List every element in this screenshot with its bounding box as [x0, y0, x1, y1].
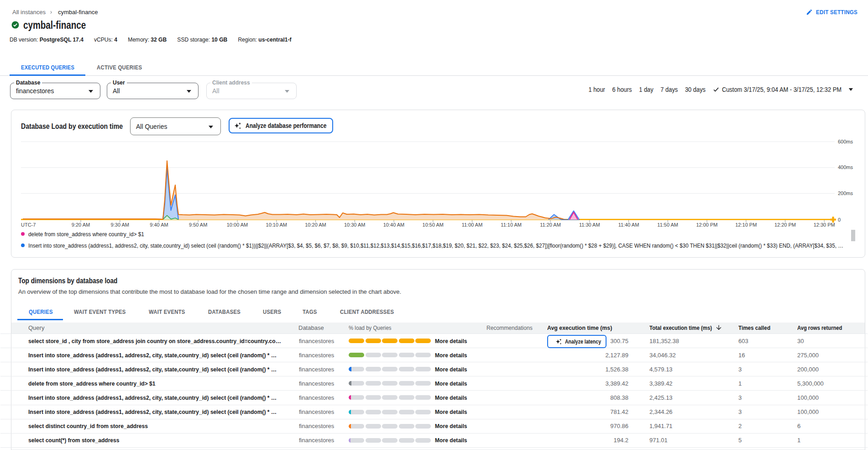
svg-text:600ms: 600ms	[838, 139, 853, 144]
svg-text:9:30 AM: 9:30 AM	[111, 222, 129, 228]
svg-text:12:10 PM: 12:10 PM	[735, 222, 757, 228]
svg-text:12:30 PM: 12:30 PM	[814, 222, 835, 228]
svg-text:12:00 PM: 12:00 PM	[696, 222, 717, 228]
svg-text:9:20 AM: 9:20 AM	[72, 222, 90, 228]
svg-text:11:40 AM: 11:40 AM	[618, 222, 639, 228]
svg-text:10:10 AM: 10:10 AM	[266, 222, 287, 228]
svg-text:12:20 PM: 12:20 PM	[774, 222, 796, 228]
svg-text:11:20 AM: 11:20 AM	[540, 222, 561, 228]
svg-text:10:00 AM: 10:00 AM	[227, 222, 248, 228]
svg-text:10:50 AM: 10:50 AM	[423, 222, 444, 228]
svg-text:0: 0	[838, 217, 841, 222]
svg-text:11:30 AM: 11:30 AM	[579, 222, 600, 228]
svg-text:10:40 AM: 10:40 AM	[383, 222, 404, 228]
svg-text:9:40 AM: 9:40 AM	[150, 222, 168, 228]
svg-text:200ms: 200ms	[838, 191, 853, 196]
svg-text:UTC-7: UTC-7	[21, 222, 36, 228]
svg-text:11:00 AM: 11:00 AM	[462, 222, 483, 228]
svg-text:400ms: 400ms	[838, 164, 853, 170]
svg-text:10:30 AM: 10:30 AM	[344, 222, 365, 228]
svg-text:11:50 AM: 11:50 AM	[657, 222, 678, 228]
svg-text:11:10 AM: 11:10 AM	[501, 222, 522, 228]
svg-text:9:50 AM: 9:50 AM	[189, 222, 207, 228]
svg-text:10:20 AM: 10:20 AM	[305, 222, 326, 228]
